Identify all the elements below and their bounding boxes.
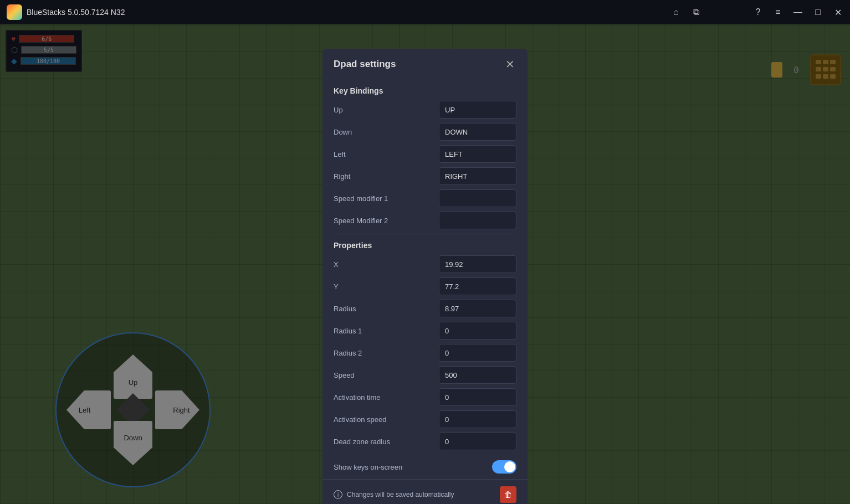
activation-time-label: Activation time <box>334 393 439 402</box>
dpad-settings-modal: Dpad settings ✕ Key Bindings Up Down Lef… <box>322 49 528 504</box>
home-icon[interactable]: ⌂ <box>670 7 682 18</box>
left-label: Left <box>334 150 439 158</box>
activation-speed-row: Activation speed <box>334 410 516 428</box>
activation-speed-label: Activation speed <box>334 415 439 424</box>
delete-button[interactable]: 🗑 <box>500 486 516 503</box>
activation-speed-input[interactable] <box>439 410 516 428</box>
app-title: BlueStacks 5.0.50.7124 N32 <box>27 8 125 17</box>
info-icon: i <box>334 490 342 499</box>
down-input[interactable] <box>439 123 516 141</box>
radius2-input[interactable] <box>439 344 516 362</box>
speed-row: Speed <box>334 366 516 384</box>
y-row: Y <box>334 277 516 295</box>
footer-info-text: Changes will be saved automatically <box>347 491 454 498</box>
right-row: Right <box>334 167 516 185</box>
dead-zone-input[interactable] <box>439 433 516 450</box>
y-label: Y <box>334 282 439 291</box>
right-label: Right <box>334 172 439 181</box>
toggle-thumb <box>504 461 515 472</box>
modal-body: Key Bindings Up Down Left Right Speed mo… <box>322 80 528 479</box>
game-area: ♥ 6/6 ⬡ 5/5 ◆ 180/180 0 <box>0 24 850 504</box>
speed-modifier-1-row: Speed modifier 1 <box>334 189 516 207</box>
radius-row: Radius <box>334 300 516 317</box>
speed-modifier-1-input[interactable] <box>439 189 516 207</box>
dead-zone-row: Dead zone radius <box>334 433 516 450</box>
speed-input[interactable] <box>439 366 516 384</box>
delete-icon: 🗑 <box>504 490 512 499</box>
radius1-label: Radius 1 <box>334 327 439 335</box>
radius-input[interactable] <box>439 300 516 317</box>
top-bar: BlueStacks 5.0.50.7124 N32 ⌂ ⧉ ? ≡ — □ ✕ <box>0 0 850 24</box>
minimize-icon[interactable]: — <box>792 7 803 18</box>
footer-info: i Changes will be saved automatically <box>334 490 454 499</box>
key-bindings-title: Key Bindings <box>334 86 516 95</box>
speed-modifier-2-row: Speed Modifier 2 <box>334 212 516 229</box>
up-label: Up <box>334 106 439 114</box>
left-row: Left <box>334 145 516 163</box>
activation-time-input[interactable] <box>439 388 516 406</box>
speed-modifier-2-input[interactable] <box>439 212 516 229</box>
x-label: X <box>334 260 439 269</box>
show-keys-label: Show keys on-screen <box>334 463 402 471</box>
dead-zone-label: Dead zone radius <box>334 438 439 446</box>
speed-modifier-1-label: Speed modifier 1 <box>334 194 439 203</box>
left-input[interactable] <box>439 145 516 163</box>
help-icon[interactable]: ? <box>752 7 764 18</box>
up-row: Up <box>334 101 516 119</box>
properties-title: Properties <box>334 241 516 250</box>
radius2-row: Radius 2 <box>334 344 516 362</box>
modal-header: Dpad settings ✕ <box>322 49 528 80</box>
radius1-row: Radius 1 <box>334 322 516 340</box>
speed-label: Speed <box>334 371 439 379</box>
radius1-input[interactable] <box>439 322 516 340</box>
y-input[interactable] <box>439 277 516 295</box>
modal-close-button[interactable]: ✕ <box>503 58 516 71</box>
right-input[interactable] <box>439 167 516 185</box>
x-input[interactable] <box>439 255 516 273</box>
close-window-icon[interactable]: ✕ <box>832 7 843 18</box>
show-keys-toggle[interactable] <box>492 460 516 474</box>
down-label: Down <box>334 128 439 136</box>
menu-icon[interactable]: ≡ <box>772 7 784 18</box>
modal-title: Dpad settings <box>334 59 396 70</box>
tabs-icon[interactable]: ⧉ <box>690 7 701 18</box>
x-row: X <box>334 255 516 273</box>
bluestacks-logo <box>7 4 22 20</box>
up-input[interactable] <box>439 101 516 119</box>
maximize-icon[interactable]: □ <box>812 7 823 18</box>
activation-time-row: Activation time <box>334 388 516 406</box>
radius-label: Radius <box>334 305 439 313</box>
speed-modifier-2-label: Speed Modifier 2 <box>334 217 439 225</box>
radius2-label: Radius 2 <box>334 349 439 357</box>
section-divider <box>334 234 516 234</box>
down-row: Down <box>334 123 516 141</box>
window-controls: ⌂ ⧉ ? ≡ — □ ✕ <box>670 7 843 18</box>
show-keys-toggle-row: Show keys on-screen <box>334 455 516 479</box>
modal-footer: i Changes will be saved automatically 🗑 <box>322 479 528 504</box>
